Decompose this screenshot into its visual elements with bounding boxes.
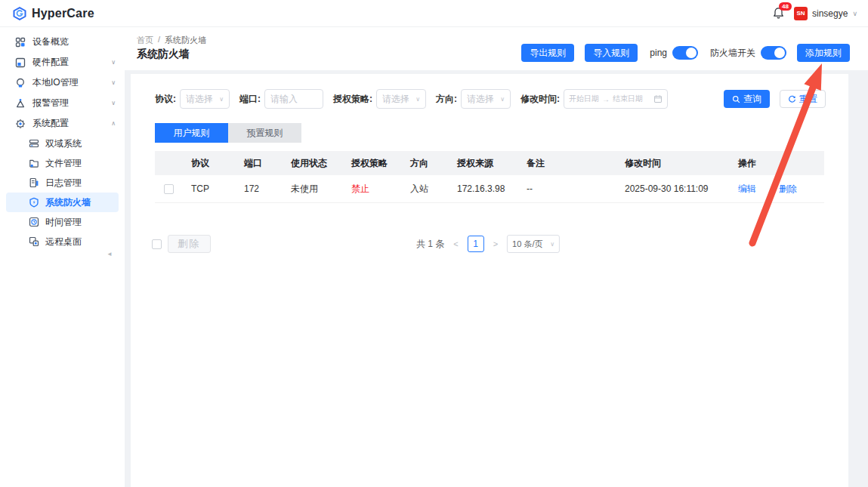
reset-button-label: 重置 (799, 93, 817, 106)
chevron-down-icon: ∨ (852, 10, 857, 17)
firewall-toggle[interactable] (761, 46, 786, 60)
sidebar-item-alarm-management[interactable]: 报警管理 ∨ (0, 93, 125, 113)
breadcrumb-home[interactable]: 首页 (137, 35, 153, 46)
io-icon (15, 78, 26, 88)
sidebar-subitem-system-firewall[interactable]: 系统防火墙 (6, 193, 119, 212)
sidebar-item-label: 报警管理 (32, 97, 69, 109)
column-header-status: 使用状态 (285, 157, 345, 170)
cell-direction: 入站 (404, 183, 451, 196)
direction-filter-label: 方向: (436, 93, 457, 106)
direction-select[interactable]: 请选择 ∨ (461, 89, 511, 109)
date-range-picker[interactable]: 开始日期 → 结束日期 (564, 89, 668, 109)
cell-policy: 禁止 (345, 183, 404, 196)
sidebar-subitem-remote-desktop[interactable]: 远程桌面 (6, 232, 119, 251)
protocol-select-value: 请选择 (186, 93, 213, 106)
sidebar-subitem-label: 系统防火墙 (45, 196, 91, 209)
clock-icon (29, 217, 39, 227)
policy-select-value: 请选择 (382, 93, 409, 106)
column-header-protocol: 协议 (185, 157, 238, 170)
notification-bell[interactable]: 48 (770, 5, 786, 22)
protocol-select[interactable]: 请选择 ∨ (180, 89, 230, 109)
table-row: TCP 172 未使用 禁止 入站 172.16.3.98 -- 2025-09… (155, 175, 824, 203)
protocol-filter-label: 协议: (155, 93, 176, 106)
import-rules-button[interactable]: 导入规则 (585, 44, 638, 62)
chevron-down-icon: ∨ (500, 96, 505, 103)
sidebar-subitem-file-management[interactable]: 文件管理 (6, 153, 119, 173)
sidebar-item-label: 设备概览 (32, 35, 69, 48)
page-title: 系统防火墙 (137, 48, 190, 61)
sidebar-subitem-label: 日志管理 (45, 177, 82, 190)
sidebar-subitem-time-management[interactable]: 时间管理 (6, 212, 119, 232)
page-size-select[interactable]: 10 条/页 ∨ (507, 235, 560, 253)
firewall-card: 协议: 请选择 ∨ 端口: 授权策略: 请选择 ∨ 方向: (131, 74, 848, 487)
server-icon (29, 138, 39, 149)
table-header-row: 协议 端口 使用状态 授权策略 方向 授权来源 备注 修改时间 操作 (155, 151, 824, 175)
brand-logo-icon (12, 6, 27, 21)
ping-toggle[interactable] (672, 46, 698, 60)
sidebar-subitem-dual-domain[interactable]: 双域系统 (6, 134, 119, 153)
filter-bar: 协议: 请选择 ∨ 端口: 授权策略: 请选择 ∨ 方向: (155, 89, 826, 109)
table-footer: 删除 共 1 条 < 1 > 10 条/页 ∨ (152, 234, 824, 254)
cell-status: 未使用 (285, 183, 345, 196)
page-head: 首页 / 系统防火墙 系统防火墙 导出规则 导入规则 ping 防火墙开关 添加… (125, 27, 868, 70)
current-page-button[interactable]: 1 (468, 236, 484, 252)
document-icon (29, 177, 39, 188)
sidebar-collapse-handle[interactable]: ◄ (107, 251, 113, 257)
column-header-direction: 方向 (404, 157, 451, 170)
policy-select[interactable]: 请选择 ∨ (376, 89, 426, 109)
chevron-down-icon: ∨ (219, 96, 224, 103)
chevron-down-icon: ∨ (111, 59, 116, 66)
hardware-icon (15, 57, 26, 68)
port-input[interactable] (264, 89, 323, 109)
firewall-switch-label: 防火墙开关 (710, 47, 755, 60)
sidebar-item-local-io[interactable]: 本地IO管理 ∨ (0, 72, 125, 93)
time-filter-label: 修改时间: (520, 93, 560, 106)
sidebar-subitem-label: 文件管理 (45, 157, 82, 170)
bulk-delete-button[interactable]: 删除 (168, 235, 211, 253)
sidebar-subitem-log-management[interactable]: 日志管理 (6, 173, 119, 193)
export-rules-button[interactable]: 导出规则 (521, 44, 574, 62)
breadcrumb: 首页 / 系统防火墙 (137, 35, 206, 46)
alarm-icon (15, 98, 26, 109)
add-rule-button[interactable]: 添加规则 (797, 44, 850, 62)
grid-icon (15, 37, 26, 48)
start-date-placeholder: 开始日期 (569, 94, 599, 104)
sidebar-item-hardware-config[interactable]: 硬件配置 ∨ (0, 52, 125, 72)
cell-remark: -- (520, 183, 619, 194)
sidebar-item-label: 系统配置 (32, 117, 69, 130)
tab-preset-rules[interactable]: 预置规则 (228, 123, 301, 143)
refresh-icon (788, 95, 796, 103)
gear-icon (15, 119, 26, 129)
range-arrow-icon: → (602, 95, 610, 103)
avatar: SN (794, 7, 808, 20)
row-checkbox[interactable] (164, 184, 174, 194)
column-header-source: 授权来源 (451, 157, 520, 170)
sidebar-item-label: 本地IO管理 (32, 76, 79, 89)
prev-page-button[interactable]: < (452, 239, 459, 248)
sidebar-item-system-config[interactable]: 系统配置 ∧ (0, 113, 125, 134)
reset-button[interactable]: 重置 (780, 90, 826, 108)
shield-icon (29, 197, 39, 208)
notification-badge: 48 (779, 2, 792, 11)
policy-filter-label: 授权策略: (333, 93, 372, 106)
column-header-policy: 授权策略 (345, 157, 404, 170)
search-icon (732, 95, 740, 103)
content-area: 协议: 请选择 ∨ 端口: 授权策略: 请选择 ∨ 方向: (125, 70, 868, 487)
user-menu[interactable]: SN sinsegye ∨ (794, 7, 857, 20)
direction-select-value: 请选择 (467, 93, 494, 106)
select-all-checkbox[interactable] (152, 239, 162, 249)
cell-source: 172.16.3.98 (451, 183, 520, 194)
cell-port: 172 (238, 183, 285, 194)
column-header-remark: 备注 (520, 157, 619, 170)
query-button[interactable]: 查询 (724, 90, 770, 108)
chevron-down-icon: ∨ (111, 79, 116, 86)
port-filter-label: 端口: (239, 93, 261, 106)
delete-link[interactable]: 删除 (779, 183, 797, 196)
cell-protocol: TCP (185, 183, 238, 194)
edit-link[interactable]: 编辑 (738, 183, 756, 196)
next-page-button[interactable]: > (492, 239, 499, 248)
sidebar-item-device-overview[interactable]: 设备概览 (0, 32, 125, 52)
tab-user-rules[interactable]: 用户规则 (155, 123, 228, 143)
ping-toggle-group: ping (650, 46, 698, 60)
sidebar-item-label: 硬件配置 (32, 56, 69, 69)
